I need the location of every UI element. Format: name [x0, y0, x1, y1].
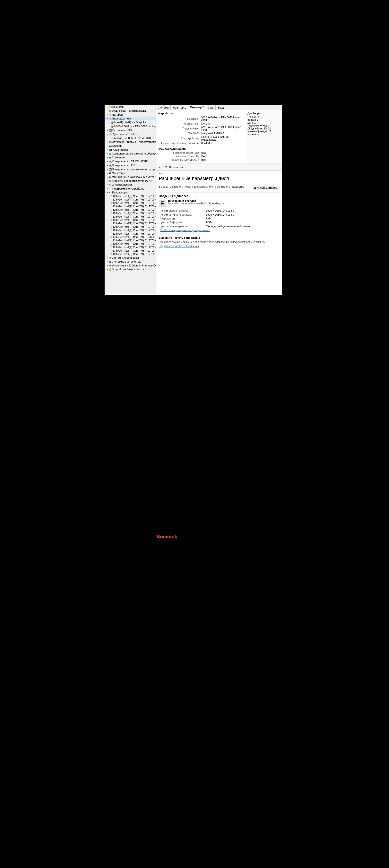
tree-item-cpu-1[interactable]: □ 12th Gen Intel(R) Core(TM) i7-12700H — [105, 198, 156, 201]
tree-item-mice[interactable]: ▶ 🖱 Мыши и иные указывающие устройства — [105, 175, 156, 179]
tree-item-audio[interactable]: ▶ 🔊 Аудиоходы и аудиовыходы — [105, 109, 156, 113]
monitor-icon: 🖥 — [109, 172, 111, 175]
tree-item-storage-controllers[interactable]: ▶ 💾 Контроллеры запоминающих устройств — [105, 167, 156, 171]
tree-item-cpu-10[interactable]: □ 12th Gen Intel(R) Core(TM) i7-12700H — [105, 228, 156, 232]
screen-container: ▶ 📶 Bluetooth ▶ 🔊 Аудиоходы и аудиовыход… — [104, 105, 282, 294]
tree-item-battery[interactable]: ▶ 🔋 Батареи — [105, 113, 156, 117]
print-icon: 🖨 — [109, 184, 111, 186]
sw-device-icon: 📄 — [109, 187, 111, 190]
tree-item-cpu-11[interactable]: □ 12th Gen Intel(R) Core(TM) i7-12700H — [105, 232, 156, 235]
tree-item-cpu-4[interactable]: □ 12th Gen Intel(R) Core(TM) i7-12700H — [105, 208, 156, 212]
keyboard-icon: ⌨ — [109, 149, 112, 151]
cpu-icon: □ — [110, 209, 112, 211]
tree-item-cpu-14[interactable]: □ 12th Gen Intel(R) Core(TM) i7-12700H — [105, 242, 156, 246]
tree-item-firmware[interactable]: ▶ 💾 Встроенное ПО — [105, 128, 156, 132]
tree-item-videoadapters[interactable]: ▼ 🖥 Видеоадаптеры — [105, 117, 156, 120]
camera-icon: 📷 — [109, 145, 111, 147]
tree-item-disk-micron[interactable]: 💿 Micron_2450_MTFDKBA1T0TFK — [105, 136, 156, 140]
arrow-icon: ▶ — [107, 265, 108, 267]
tree-item-cameras[interactable]: ▶ 📷 Камеры — [105, 144, 156, 148]
tree-item-cpu-3[interactable]: □ 12th Gen Intel(R) Core(TM) i7-12700H — [105, 205, 156, 208]
tree-item-cpu-16[interactable]: □ 17th Gen Intel(R) Core(TM) i7-12700H — [105, 249, 156, 252]
arrow-icon: ▶ — [107, 149, 108, 151]
tree-item-cpu-6[interactable]: □ 12th Gen Intel(R) Core(TM) i7-12700H — [105, 215, 156, 218]
arrow-icon: ▶ — [107, 141, 108, 143]
tab-monitor1[interactable]: Монитор 1 — [171, 105, 188, 110]
tree-item-bluetooth[interactable]: ▶ 📶 Bluetooth — [105, 105, 156, 109]
tree-item-processors[interactable]: ▼ ⚙ Процессоры — [105, 190, 156, 194]
tree-item-software[interactable]: ▶ 🧩 Компоненты программного обеспечения — [105, 152, 156, 155]
tab-input[interactable]: Ввод — [216, 105, 226, 110]
left-panel: ▶ 📶 Bluetooth ▶ 🔊 Аудиоходы и аудиовыход… — [105, 105, 156, 295]
software-icon: 🧩 — [109, 152, 111, 155]
tree-item-print[interactable]: ▶ 🖨 Очередь печати — [105, 183, 156, 187]
display-info-title: Сведения о дисплее — [159, 194, 279, 198]
freq-title: Выберите частоту обновления — [159, 236, 279, 239]
tree-item-disk[interactable]: ▼ 💿 Дисковые устройства — [105, 132, 156, 136]
apo-icon: 🔊 — [109, 180, 111, 182]
cpu-icon: □ — [110, 246, 112, 248]
breadcrumb-area: ••• > Расширенные параметры дисп — [156, 170, 282, 183]
tree-item-security[interactable]: ▶ 🔒 Устройства безопасности — [105, 268, 156, 271]
tree-item-cpu-9[interactable]: □ 12th Gen Intel(R) Core(TM) i7-12700H — [105, 225, 156, 228]
sys-driver-icon: ⚙ — [109, 256, 111, 259]
directx-title: Возможности DirectX — [158, 148, 244, 150]
back-button[interactable]: ← — [158, 165, 163, 169]
arrow-icon: ▶ — [107, 172, 108, 174]
ustroistvo-label: Устройство — [158, 112, 173, 115]
tree-item-cpu-2[interactable]: □ 12th Gen Intel(R) Core(TM) i7-12700H — [105, 201, 156, 205]
internal-display-name: Внутренний дисплей — [168, 199, 226, 202]
cpu-icon: □ — [110, 249, 112, 252]
tree-item-usb[interactable]: ▶ 🔌 Контроллеры USB — [105, 163, 156, 167]
arrow-icon: ▶ — [107, 269, 108, 271]
tree-item-keyboards[interactable]: ▶ ⌨ Клавиатуры — [105, 148, 156, 152]
tree-item-intel-iris[interactable]: 📦 Intel(R) Iris(R) Xe Graphics — [105, 120, 156, 124]
tab-sistema[interactable]: Система — [156, 105, 171, 110]
right-panel: Система Монитор 1 Монитор 2 Звук Ввод — [156, 105, 282, 295]
disk-icon: 💿 — [109, 133, 112, 135]
mouse-icon: 🖱 — [109, 176, 111, 178]
tree-item-cpu-8[interactable]: □ 12th Gen Intel(R) Core(TM) i7-12700H — [105, 222, 156, 225]
tab-sound[interactable]: Звук — [206, 105, 216, 110]
tree-item-cpu-5[interactable]: □ 12th Gen Intel(R) Core(TM) i7-12700H — [105, 212, 156, 215]
tree-item-hid[interactable]: ▶ 🖱 Устройства HID (Human Interface Devi… — [105, 264, 156, 268]
tree-item-software-devices[interactable]: ▶ 📄 Программные устройства — [105, 187, 156, 190]
freq-link[interactable]: Подробнее о частоте обновления — [159, 245, 199, 247]
monitor-icon: 🖥 — [159, 200, 166, 207]
tree-item-ide[interactable]: ▶ 🔌 Контроллеры IDE ATA/ATAPI — [105, 159, 156, 163]
tree-item-computer[interactable]: ▶ 💻 Компьютер — [105, 155, 156, 159]
arrow-icon: ▶ — [107, 168, 108, 170]
tree-item-apo[interactable]: ▶ 🔊 Объекты обработки звука (APO) — [105, 179, 156, 183]
tree-item-cpu-15[interactable]: □ 12th Gen Intel(R) Core(TM) i7-12700H — [105, 246, 156, 249]
freq-desc: При более высоком значении движение боле… — [159, 240, 279, 244]
menu-button[interactable]: ≡ — [164, 165, 167, 169]
cpu-icon: □ — [110, 225, 112, 228]
bluetooth-icon: 📶 — [109, 105, 111, 108]
tree-item-cpu-0[interactable]: □ 12th Gen Intel(R) Core(TM) i7-12700H — [105, 194, 156, 198]
tree-item-nvidia[interactable]: 📦 NVIDIA GeForce RTX 3070 Laptop GPU — [105, 124, 156, 128]
arrow-icon: ▶ — [107, 184, 108, 186]
arrow-icon: ▶ — [107, 164, 108, 166]
tree-item-sys-drivers[interactable]: ▶ ⚙ Системные драйверы — [105, 256, 156, 260]
device-icon: 📦 — [110, 121, 114, 124]
cpu-icon: □ — [110, 195, 112, 197]
tab-monitor2[interactable]: Монитор 2 — [188, 105, 206, 110]
breadcrumb-arrow: > — [163, 172, 164, 175]
drivers-label: Драйверы — [248, 112, 281, 115]
cpu-icon: □ — [110, 236, 112, 238]
device-info-main: Устройство Название: NVIDIA GeForce RTX … — [156, 110, 246, 163]
cpu-icon: □ — [110, 219, 112, 221]
arrow-icon: ▼ — [107, 191, 109, 194]
internal-display-item: 🖥 Внутренний дисплей Дисплей 1: подключе… — [159, 199, 279, 207]
tree-item-cpu-7[interactable]: □ 12th Gen Intel(R) Core(TM) i7-12700H — [105, 218, 156, 222]
tree-item-cpu-17[interactable]: □ 12th Gen Intel(R) Core(TM) i7-12700H — [105, 252, 156, 256]
arrow-icon: ▶ — [107, 257, 108, 259]
tree-item-monitors[interactable]: ▶ 🖥 Мониторы — [105, 171, 156, 175]
tree-item-sys-devices[interactable]: ▶ 🖥 Системные устройства — [105, 260, 156, 264]
arrow-icon: ▶ — [107, 188, 108, 190]
tree-item-cpu-13[interactable]: □ 12th Gen Intel(R) Core(TM) i7-12700H — [105, 239, 156, 242]
tree-item-cpu-12[interactable]: □ 17th Gen Intel(R) Core(TM) i7-12600H — [105, 235, 156, 239]
tree-item-sound[interactable]: ▶ 🎮 Звуковые, игровые и видеоустройства — [105, 140, 156, 144]
security-icon: 🔒 — [109, 268, 111, 271]
display-settings-content: Выберите дисплей, чтобы просмотреть или … — [156, 183, 282, 293]
